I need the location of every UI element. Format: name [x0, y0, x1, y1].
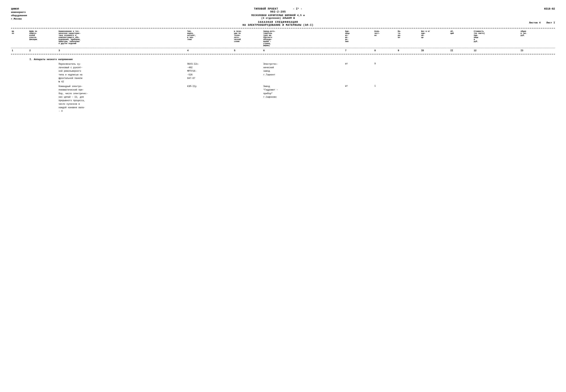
col-num-4: 4 [186, 49, 233, 53]
cell-r1-c4: ПКУЗ-I2с- -402 МРТУ16- -526 047-67 [186, 62, 233, 84]
column-number-row: 1 2 3 4 5 6 7 8 9 IO II 12 I3 [11, 49, 555, 53]
col-header-10: Вес в кгеди-ни-цы [420, 30, 450, 47]
table-row: Переключатель ку- лачковый с рукоят- кой… [11, 62, 555, 84]
cell-r2-c13 [520, 84, 555, 114]
divider-row-2 [11, 53, 555, 56]
section-1-header: I. Аппараты низкого напряжения [11, 56, 555, 62]
cell-r2-c5 [233, 84, 262, 114]
col-header-9: Ма-та-ри-ал [397, 30, 420, 47]
cell-r2-c8: 1 [374, 84, 397, 114]
cell-r1-c5 [233, 62, 262, 84]
col-num-2: 2 [28, 49, 58, 53]
right-header: Н318-02 Листов 4 Лист I [529, 7, 555, 24]
cell-r2-c9 [397, 84, 420, 114]
section-1-title: I. Аппараты низкого напряжения [11, 56, 555, 62]
cell-r1-c10 [420, 62, 450, 84]
cell-r2-c10 [420, 84, 450, 114]
col-num-8: 8 [374, 49, 397, 53]
col-num-13: I3 [520, 49, 555, 53]
project-number: 902-2-285 [270, 10, 286, 13]
cell-r2-c3: Командный электро- пневматический при- б… [58, 84, 186, 114]
main-title: ЗАКАЗНАЯ СПЕЦИФИКАЦИЯ [258, 21, 298, 24]
org-line3: оборудования [11, 14, 27, 17]
cell-r1-c7: шт [344, 62, 374, 84]
sheets-label: Листов 4 [529, 21, 540, 24]
header-section: ЦНИИЭП инженерного оборудования г.Москва… [11, 7, 555, 27]
col-header-1: №№пп [11, 30, 28, 47]
col-header-12: Стоимость(по смете)еди-ницывруб. [473, 30, 520, 47]
col-header-7: Еди-ницаиз-ме-ре-ния [344, 30, 374, 47]
cell-r1-c12 [473, 62, 520, 84]
doc-id: Н318-02 [544, 7, 555, 10]
cell-r1-c9 [397, 62, 420, 84]
org-line1: ЦНИИЭП [11, 7, 27, 11]
col-header-11: об-щий [450, 30, 473, 47]
cell-r2-c1 [11, 84, 28, 114]
col-num-11: II [450, 49, 473, 53]
center-header: ТИПОВОЙ ПРОЕКТ - I¹ - 902-2-285 ПЕСКОЛОВ… [242, 7, 313, 27]
col-header-3: Наименование и тех-ническая характерис-т… [58, 30, 186, 47]
divider-row-1 [11, 47, 555, 49]
dash-indicator: - I¹ - [293, 7, 302, 10]
col-num-7: 7 [344, 49, 374, 53]
org-info: ЦНИИЭП инженерного оборудования г.Москва [11, 7, 27, 21]
col-num-1: 1 [11, 49, 28, 53]
col-header-13: общаяв тыс.руб. [520, 30, 555, 47]
cell-r2-c11 [450, 84, 473, 114]
cell-r1-c6: Электротех- нический завод г.Ташкент [262, 62, 344, 84]
col-num-10: IO [420, 49, 450, 53]
col-num-12: 12 [473, 49, 520, 53]
col-header-6: Завод-изго-товитель(для им-портногообсру… [262, 30, 344, 47]
cell-r1-c2 [28, 62, 58, 84]
col-header-4: Тип,марка,каталог,№ чер-тежа [186, 30, 233, 47]
org-line2: инженерного [11, 11, 27, 14]
cell-r1-c8: 9 [374, 62, 397, 84]
cell-r1-c11 [450, 62, 473, 84]
cell-r2-c2 [28, 84, 58, 114]
cell-r2-c4: КЭП-I2у [186, 84, 233, 114]
page-container: ЦНИИЭП инженерного оборудования г.Москва… [11, 7, 555, 114]
top-divider [11, 28, 555, 28]
table-row: Командный электро- пневматический при- б… [11, 84, 555, 114]
col-num-6: 6 [262, 49, 344, 53]
cell-r1-c13 [520, 62, 555, 84]
col-num-3: 3 [58, 49, 186, 53]
subtitle1: ПЕСКОЛОВКИ АЭРИРУЕМЫЕ ШИРИНОЙ 4,5 м [251, 14, 305, 17]
cell-r2-c6: Завод "Гидромет – прибор" г.Сафоново [262, 84, 344, 114]
cell-r2-c7: шт [344, 84, 374, 114]
col-header-8: Коли-чест-во [374, 30, 397, 47]
column-header-row: №№пп Шифр пообщесо-юзнойкласси-фикации Н… [11, 30, 555, 47]
cell-r2-c12 [473, 84, 520, 114]
cell-r1-c3: Переключатель ку- лачковый с рукоят- кой… [58, 62, 186, 84]
col-num-5: 5 [233, 49, 262, 53]
col-header-2: Шифр пообщесо-юзнойкласси-фикации [28, 30, 58, 47]
cell-r1-c1 [11, 62, 28, 84]
col-header-5: № пози-ции потехно-логи-ческойсхеме [233, 30, 262, 47]
subtitle2: (3 отделения) АЛЬБОМ Ш [261, 17, 295, 20]
col-num-9: 9 [397, 49, 420, 53]
project-label: ТИПОВОЙ ПРОЕКТ [254, 7, 278, 10]
project-line: ТИПОВОЙ ПРОЕКТ - I¹ - [254, 7, 302, 10]
main-table: №№пп Шифр пообщесо-юзнойкласси-фикации Н… [11, 30, 555, 114]
org-line4: г.Москва [11, 17, 27, 21]
main-title2: НА ЭЛЕКТРООБОРУДОВАНИЕ И МАТЕРИАЛЫ (ЭЛ-I… [242, 24, 313, 27]
sheets-info: Листов 4 Лист I [529, 21, 555, 24]
sheet-label: Лист I [546, 21, 555, 24]
